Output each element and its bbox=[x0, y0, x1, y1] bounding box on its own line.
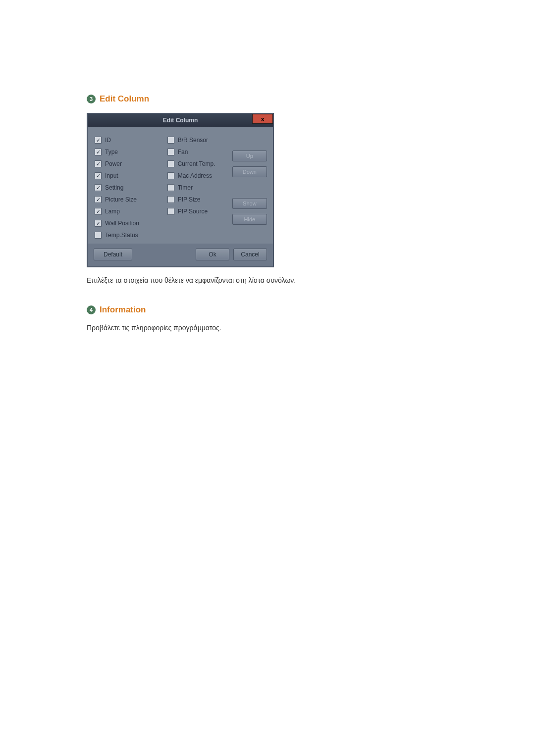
side-button-column: Up Down Show Hide bbox=[232, 137, 267, 239]
checkbox-icon[interactable]: ✓ bbox=[95, 184, 102, 191]
hide-button[interactable]: Hide bbox=[232, 214, 267, 225]
list-item[interactable]: Mac Address bbox=[167, 172, 228, 179]
list-item[interactable]: Current Temp. bbox=[167, 160, 228, 167]
checkbox-icon[interactable] bbox=[167, 149, 174, 155]
close-button[interactable]: x bbox=[252, 114, 273, 124]
checkbox-icon[interactable] bbox=[167, 196, 174, 203]
list-item[interactable]: PIP Source bbox=[167, 208, 228, 215]
section-number-badge: 4 bbox=[87, 305, 96, 314]
list-item[interactable]: Temp.Status bbox=[95, 232, 163, 239]
section-header-information: 4 Information bbox=[87, 305, 448, 315]
show-button[interactable]: Show bbox=[232, 198, 267, 209]
cancel-button[interactable]: Cancel bbox=[233, 249, 267, 260]
default-button[interactable]: Default bbox=[94, 249, 132, 260]
checkbox-icon[interactable] bbox=[167, 160, 174, 167]
checkbox-label: Type bbox=[105, 149, 118, 155]
checkbox-label: Mac Address bbox=[178, 172, 212, 179]
checkbox-icon[interactable] bbox=[95, 232, 102, 239]
checkbox-icon[interactable]: ✓ bbox=[95, 149, 102, 155]
list-item[interactable]: Fan bbox=[167, 149, 228, 155]
checkbox-label: ID bbox=[105, 137, 111, 144]
list-item[interactable]: ✓Lamp bbox=[95, 208, 163, 215]
checkbox-label: Power bbox=[105, 160, 122, 167]
checkbox-column-1: ✓ID ✓Type ✓Power ✓Input ✓Setting ✓Pictur… bbox=[95, 137, 163, 239]
section-title: Information bbox=[100, 305, 146, 315]
checkbox-label: B/R Sensor bbox=[178, 137, 208, 144]
checkbox-label: PIP Source bbox=[178, 208, 208, 215]
dialog-body: ✓ID ✓Type ✓Power ✓Input ✓Setting ✓Pictur… bbox=[88, 127, 273, 244]
dialog-title: Edit Column bbox=[163, 117, 198, 124]
checkbox-icon[interactable]: ✓ bbox=[95, 172, 102, 179]
checkbox-label: Setting bbox=[105, 184, 123, 191]
checkbox-icon[interactable]: ✓ bbox=[95, 196, 102, 203]
section-description: Προβάλετε τις πληροφορίες προγράμματος. bbox=[87, 324, 448, 332]
spacer bbox=[136, 249, 192, 260]
checkbox-label: Picture Size bbox=[105, 196, 137, 203]
list-item[interactable]: B/R Sensor bbox=[167, 137, 228, 144]
section-title: Edit Column bbox=[100, 94, 149, 104]
checkbox-icon[interactable]: ✓ bbox=[95, 137, 102, 144]
checkbox-label: Fan bbox=[178, 149, 188, 155]
section-number-badge: 3 bbox=[87, 95, 96, 103]
checkbox-icon[interactable] bbox=[167, 208, 174, 215]
checkbox-label: Timer bbox=[178, 184, 193, 191]
section-description: Επιλέξτε τα στοιχεία που θέλετε να εμφαν… bbox=[87, 276, 448, 284]
checkbox-label: PIP Size bbox=[178, 196, 201, 203]
checkbox-icon[interactable] bbox=[167, 184, 174, 191]
dialog-titlebar: Edit Column x bbox=[88, 114, 273, 127]
checkbox-label: Wall Position bbox=[105, 220, 139, 227]
list-item[interactable]: PIP Size bbox=[167, 196, 228, 203]
checkbox-label: Current Temp. bbox=[178, 160, 215, 167]
checkbox-icon[interactable]: ✓ bbox=[95, 160, 102, 167]
down-button[interactable]: Down bbox=[232, 166, 267, 177]
checkbox-icon[interactable] bbox=[167, 137, 174, 144]
section-header-edit-column: 3 Edit Column bbox=[87, 94, 448, 104]
list-item[interactable]: ✓Picture Size bbox=[95, 196, 163, 203]
dialog-footer: Default Ok Cancel bbox=[88, 244, 273, 266]
list-item[interactable]: ✓ID bbox=[95, 137, 163, 144]
checkbox-label: Temp.Status bbox=[105, 232, 138, 239]
checkbox-icon[interactable]: ✓ bbox=[95, 208, 102, 215]
list-item[interactable]: ✓Power bbox=[95, 160, 163, 167]
list-item[interactable]: ✓Input bbox=[95, 172, 163, 179]
move-button-group: Up Down bbox=[232, 151, 267, 177]
checkbox-label: Input bbox=[105, 172, 118, 179]
ok-button[interactable]: Ok bbox=[196, 249, 229, 260]
list-item[interactable]: Timer bbox=[167, 184, 228, 191]
checkbox-column-2: B/R Sensor Fan Current Temp. Mac Address… bbox=[167, 137, 228, 239]
list-item[interactable]: ✓Setting bbox=[95, 184, 163, 191]
visibility-button-group: Show Hide bbox=[232, 198, 267, 225]
checkbox-icon[interactable] bbox=[167, 172, 174, 179]
list-item[interactable]: ✓Wall Position bbox=[95, 220, 163, 227]
up-button[interactable]: Up bbox=[232, 151, 267, 161]
checkbox-icon[interactable]: ✓ bbox=[95, 220, 102, 227]
list-item[interactable]: ✓Type bbox=[95, 149, 163, 155]
checkbox-label: Lamp bbox=[105, 208, 120, 215]
edit-column-dialog: Edit Column x ✓ID ✓Type ✓Power ✓Input ✓S… bbox=[87, 113, 274, 267]
